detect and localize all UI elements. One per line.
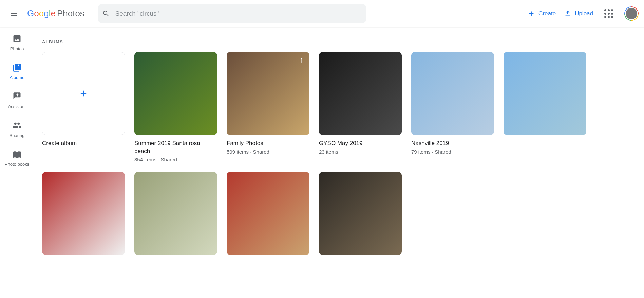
- album-card[interactable]: [319, 172, 402, 255]
- album-cover: [42, 172, 125, 255]
- upload-label: Upload: [575, 10, 593, 17]
- album-card[interactable]: [134, 172, 217, 255]
- create-button[interactable]: Create: [528, 10, 556, 17]
- search-input[interactable]: [115, 10, 362, 17]
- sidebar-item-label: Albums: [10, 75, 24, 80]
- album-card[interactable]: [42, 172, 125, 255]
- album-card[interactable]: Family Photos509 items · Shared: [227, 52, 309, 162]
- assistant-icon: [12, 92, 22, 101]
- sidebar-item-label: Photos: [10, 46, 24, 51]
- logo[interactable]: Google Photos: [27, 8, 84, 19]
- album-cover: [227, 52, 309, 135]
- album-title: Summer 2019 Santa rosa beach: [134, 140, 217, 155]
- google-apps-button[interactable]: [601, 6, 616, 21]
- product-name: Photos: [57, 8, 84, 19]
- sidebar-item-sharing[interactable]: Sharing: [0, 121, 34, 138]
- album-meta: 354 items · Shared: [134, 157, 217, 162]
- album-cover: [319, 172, 402, 255]
- search-bar[interactable]: [98, 4, 366, 23]
- album-card[interactable]: [504, 52, 586, 162]
- plus-icon: [528, 10, 535, 17]
- album-title: GYSO May 2019: [319, 140, 402, 147]
- album-options-button[interactable]: [296, 55, 307, 66]
- album-title: Nashville 2019: [411, 140, 494, 147]
- album-card[interactable]: Nashville 201979 items · Shared: [411, 52, 494, 162]
- account-avatar[interactable]: [624, 6, 639, 21]
- album-cover: [504, 52, 586, 135]
- create-album-card[interactable]: Create album: [42, 52, 125, 162]
- album-cover: [319, 52, 402, 135]
- section-label: ALBUMS: [42, 39, 636, 45]
- sidebar-item-label: Sharing: [10, 133, 25, 138]
- avatar-image: [625, 7, 638, 20]
- album-grid: Create album Summer 2019 Santa rosa beac…: [42, 52, 636, 255]
- sidebar-item-photos[interactable]: Photos: [0, 34, 34, 51]
- album-cover: [227, 172, 309, 255]
- sidebar-item-label: Photo books: [5, 162, 29, 167]
- photo-books-icon: [12, 150, 22, 159]
- album-meta: 23 items: [319, 149, 402, 155]
- sidebar-item-photo-books[interactable]: Photo books: [0, 150, 34, 167]
- header: Google Photos Create Upload: [0, 0, 644, 27]
- sidebar-item-assistant[interactable]: Assistant: [0, 92, 34, 109]
- upload-icon: [564, 10, 571, 17]
- album-cover: [411, 52, 494, 135]
- albums-icon: [12, 63, 22, 72]
- create-album-label: Create album: [42, 140, 125, 147]
- album-meta: 509 items · Shared: [227, 149, 309, 155]
- photos-icon: [12, 34, 22, 43]
- sidebar-item-albums[interactable]: Albums: [0, 63, 34, 80]
- sidebar-item-label: Assistant: [8, 104, 26, 109]
- album-title: Family Photos: [227, 140, 309, 147]
- plus-icon: [79, 89, 88, 98]
- header-actions: Create Upload: [528, 6, 639, 21]
- main-menu-button[interactable]: [5, 5, 22, 22]
- upload-button[interactable]: Upload: [564, 10, 593, 17]
- main-content: ALBUMS Create album Summer 2019 Santa ro…: [34, 27, 644, 262]
- album-meta: 79 items · Shared: [411, 149, 494, 155]
- album-card[interactable]: GYSO May 201923 items: [319, 52, 402, 162]
- album-card[interactable]: Summer 2019 Santa rosa beach354 items · …: [134, 52, 217, 162]
- album-card[interactable]: [227, 172, 309, 255]
- hamburger-icon: [10, 10, 18, 18]
- sharing-icon: [12, 121, 22, 130]
- create-album-cover: [42, 52, 125, 135]
- album-cover: [134, 52, 217, 135]
- more-vert-icon: [298, 57, 305, 64]
- album-cover: [134, 172, 217, 255]
- create-label: Create: [538, 10, 556, 17]
- sidebar: Photos Albums Assistant Sharing Photo bo…: [0, 27, 34, 167]
- search-icon: [102, 10, 110, 18]
